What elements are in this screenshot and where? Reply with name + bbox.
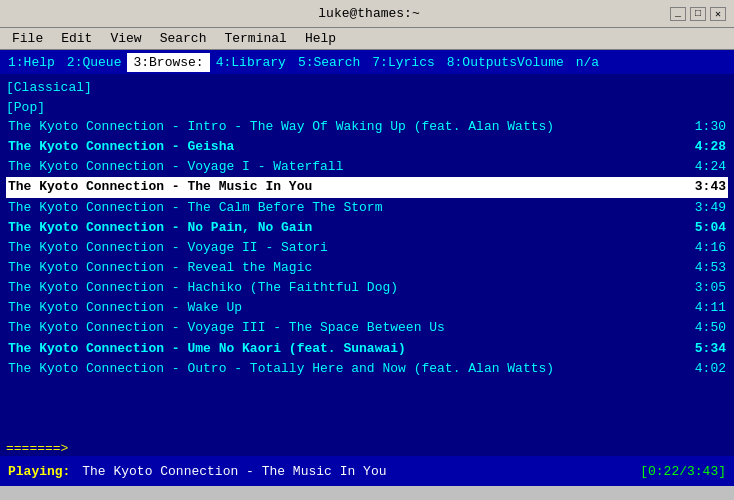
track-row[interactable]: The Kyoto Connection - Wake Up4:11	[6, 298, 728, 318]
track-duration: 3:49	[695, 198, 726, 218]
tab-help[interactable]: 1:Help	[2, 53, 61, 72]
playing-label: Playing:	[8, 464, 70, 479]
now-playing: Playing: The Kyoto Connection - The Musi…	[8, 464, 386, 479]
track-title: The Kyoto Connection - No Pain, No Gain	[8, 218, 312, 238]
tab-[interactable]: n/a	[570, 53, 605, 72]
time-display: [0:22/3:43]	[640, 464, 726, 479]
tab-search[interactable]: 5:Search	[292, 53, 366, 72]
track-duration: 1:30	[695, 117, 726, 137]
progress-bar: =======>	[6, 441, 68, 456]
track-row[interactable]: The Kyoto Connection - Intro - The Way O…	[6, 117, 728, 137]
track-duration: 3:43	[695, 177, 726, 197]
menu-bar: FileEditViewSearchTerminalHelp	[0, 28, 734, 50]
window-title: luke@thames:~	[68, 6, 670, 21]
tab-lyrics[interactable]: 7:Lyrics	[366, 53, 440, 72]
progress-bar-area: =======>	[0, 436, 734, 456]
menu-item-search[interactable]: Search	[152, 29, 215, 48]
status-bar: Playing: The Kyoto Connection - The Musi…	[0, 456, 734, 486]
track-duration: 4:24	[695, 157, 726, 177]
track-duration: 5:34	[695, 339, 726, 359]
track-row[interactable]: The Kyoto Connection - Voyage III - The …	[6, 318, 728, 338]
track-title: The Kyoto Connection - The Calm Before T…	[8, 198, 382, 218]
close-button[interactable]: ✕	[710, 7, 726, 21]
track-duration: 4:28	[695, 137, 726, 157]
track-title: The Kyoto Connection - Voyage I - Waterf…	[8, 157, 343, 177]
section-pop: [Pop]	[6, 98, 728, 118]
track-title: The Kyoto Connection - Reveal the Magic	[8, 258, 312, 278]
track-title: The Kyoto Connection - Voyage III - The …	[8, 318, 445, 338]
menu-item-edit[interactable]: Edit	[53, 29, 100, 48]
track-title: The Kyoto Connection - Wake Up	[8, 298, 242, 318]
menu-item-file[interactable]: File	[4, 29, 51, 48]
track-row[interactable]: The Kyoto Connection - Hachiko (The Fait…	[6, 278, 728, 298]
track-duration: 4:50	[695, 318, 726, 338]
track-duration: 4:53	[695, 258, 726, 278]
track-duration: 5:04	[695, 218, 726, 238]
track-duration: 3:05	[695, 278, 726, 298]
track-row[interactable]: The Kyoto Connection - Reveal the Magic4…	[6, 258, 728, 278]
tab-bar: 1:Help2:Queue3:Browse:4:Library5:Search7…	[0, 50, 734, 74]
track-row[interactable]: The Kyoto Connection - Geisha4:28	[6, 137, 728, 157]
track-duration: 4:02	[695, 359, 726, 379]
section-classical: [Classical]	[6, 78, 728, 98]
minimize-button[interactable]: _	[670, 7, 686, 21]
tab-browse-[interactable]: 3:Browse:	[127, 53, 209, 72]
maximize-button[interactable]: □	[690, 7, 706, 21]
track-duration: 4:16	[695, 238, 726, 258]
tab-outputsvolume[interactable]: 8:OutputsVolume	[441, 53, 570, 72]
track-row[interactable]: The Kyoto Connection - Ume No Kaori (fea…	[6, 339, 728, 359]
track-row[interactable]: The Kyoto Connection - No Pain, No Gain5…	[6, 218, 728, 238]
track-title: The Kyoto Connection - The Music In You	[8, 177, 312, 197]
track-row[interactable]: The Kyoto Connection - The Music In You3…	[6, 177, 728, 197]
track-list: [Classical][Pop]The Kyoto Connection - I…	[0, 74, 734, 436]
tab-queue[interactable]: 2:Queue	[61, 53, 128, 72]
track-title: The Kyoto Connection - Hachiko (The Fait…	[8, 278, 398, 298]
track-title: The Kyoto Connection - Voyage II - Sator…	[8, 238, 328, 258]
track-title: The Kyoto Connection - Geisha	[8, 137, 234, 157]
menu-item-help[interactable]: Help	[297, 29, 344, 48]
track-row[interactable]: The Kyoto Connection - Outro - Totally H…	[6, 359, 728, 379]
track-duration: 4:11	[695, 298, 726, 318]
track-row[interactable]: The Kyoto Connection - Voyage II - Sator…	[6, 238, 728, 258]
track-title: The Kyoto Connection - Outro - Totally H…	[8, 359, 554, 379]
track-title: The Kyoto Connection - Intro - The Way O…	[8, 117, 554, 137]
window-controls[interactable]: _ □ ✕	[670, 7, 726, 21]
menu-item-terminal[interactable]: Terminal	[216, 29, 294, 48]
track-row[interactable]: The Kyoto Connection - The Calm Before T…	[6, 198, 728, 218]
track-title: The Kyoto Connection - Ume No Kaori (fea…	[8, 339, 406, 359]
tab-library[interactable]: 4:Library	[210, 53, 292, 72]
title-bar: luke@thames:~ _ □ ✕	[0, 0, 734, 28]
menu-item-view[interactable]: View	[102, 29, 149, 48]
playing-track: The Kyoto Connection - The Music In You	[82, 464, 386, 479]
track-row[interactable]: The Kyoto Connection - Voyage I - Waterf…	[6, 157, 728, 177]
